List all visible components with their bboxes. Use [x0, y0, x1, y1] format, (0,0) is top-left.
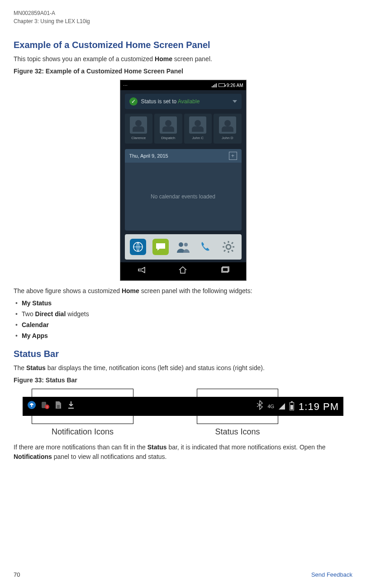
phone-icon[interactable]	[198, 239, 214, 255]
widget-list: My Status Two Direct dial widgets Calend…	[14, 299, 352, 341]
signal-icon	[212, 83, 217, 87]
direct-dial-widget: Clarence Dispatch John C John D	[120, 112, 246, 147]
calendar-add-icon[interactable]: +	[229, 152, 237, 160]
text-bold: Direct dial	[35, 310, 66, 318]
section-intro: The Status bar displays the time, notifi…	[14, 363, 352, 373]
svg-text:!: !	[47, 405, 48, 409]
phone-status-bar: ⋯ 9:26 AM	[120, 80, 246, 90]
section-intro: This topic shows you an example of a cus…	[14, 54, 352, 64]
text-bold: Home	[155, 55, 172, 63]
text: bar displays the time, notification icon…	[46, 364, 265, 371]
avatar-icon	[130, 116, 147, 134]
status-value: Available	[178, 98, 200, 105]
bracket	[32, 416, 133, 424]
text: Status is set to	[141, 98, 178, 105]
battery-icon	[290, 402, 294, 410]
text: The above figure shows a customized	[14, 287, 122, 294]
svg-point-3	[226, 245, 231, 249]
bracket	[32, 389, 133, 397]
text-bold: Notifications	[14, 453, 52, 460]
text: panel to view all notifications and stat…	[52, 453, 167, 460]
text: If there are more notifications than can…	[14, 443, 147, 451]
label-status-icons: Status Icons	[197, 426, 278, 438]
phone-mockup: ⋯ 9:26 AM ✓ Status is set to Available C…	[120, 80, 247, 281]
svg-point-1	[179, 242, 183, 247]
avatar-icon	[160, 116, 177, 134]
svg-rect-18	[57, 405, 60, 408]
text: bar, it is indicated that more notificat…	[167, 443, 326, 451]
browser-icon[interactable]	[130, 239, 146, 255]
contact-name: John C	[185, 135, 211, 141]
contact-card[interactable]: Dispatch	[154, 114, 182, 144]
sim-icon	[54, 400, 62, 412]
back-icon[interactable]	[137, 266, 146, 276]
bluetooth-icon	[257, 400, 263, 413]
my-apps-widget	[125, 234, 242, 260]
svg-line-11	[232, 242, 233, 244]
page-number: 70	[14, 570, 20, 579]
contact-card[interactable]: Clarence	[125, 114, 153, 144]
text: Two	[22, 310, 35, 318]
section-heading-status-bar: Status Bar	[14, 347, 352, 361]
text: screen panel.	[172, 55, 212, 63]
bracket	[197, 389, 278, 397]
text-bold: Calendar	[22, 321, 49, 328]
document-id: MN002859A01-A	[14, 9, 352, 17]
download-icon	[67, 400, 75, 412]
send-feedback-link[interactable]: Send Feedback	[311, 570, 352, 579]
phone-nav-bar	[120, 262, 246, 280]
text-bold: Status	[147, 443, 167, 451]
text: widgets	[66, 310, 89, 318]
settings-icon[interactable]	[220, 239, 237, 255]
figure-32: ⋯ 9:26 AM ✓ Status is set to Available C…	[14, 80, 352, 281]
contact-name: Clarence	[126, 135, 152, 141]
list-item: Two Direct dial widgets	[14, 309, 352, 319]
avatar-icon	[219, 116, 236, 134]
page-footer: 70 Send Feedback	[14, 570, 352, 579]
list-item: Calendar	[14, 320, 352, 330]
svg-line-9	[232, 250, 233, 251]
svg-line-10	[224, 250, 225, 251]
battery-icon	[219, 83, 225, 87]
message-icon[interactable]	[152, 239, 169, 255]
figure-33: ! 4G 1:19 PM Notification Icons Status I…	[14, 389, 352, 438]
alert-icon: !	[41, 400, 50, 412]
contact-card[interactable]: John D	[214, 114, 242, 144]
chevron-down-icon	[233, 100, 237, 103]
section-heading-example: Example of a Customized Home Screen Pane…	[14, 38, 352, 52]
text-bold: Status	[26, 364, 46, 371]
phone-time: 9:26 AM	[227, 82, 243, 89]
calendar-widget[interactable]: Thu, April 9, 2015 + No calendar events …	[125, 149, 242, 231]
check-icon: ✓	[129, 97, 138, 106]
notif-icon: ⋯	[123, 82, 128, 89]
svg-point-2	[184, 243, 188, 246]
status-bar-example: ! 4G 1:19 PM	[23, 397, 343, 416]
calendar-body: No calendar events loaded	[125, 163, 242, 231]
bracket	[197, 416, 278, 424]
para: If there are more notifications than can…	[14, 443, 352, 462]
para: The above figure shows a customized Home…	[14, 286, 352, 296]
chapter-title: Chapter 3: Using the LEX L10ig	[14, 17, 352, 25]
contacts-icon[interactable]	[175, 239, 191, 255]
text-bold: Home	[122, 287, 139, 294]
status-text: Status is set to Available	[141, 97, 200, 106]
signal-icon	[279, 403, 285, 410]
text: The	[14, 364, 26, 371]
network-label: 4G	[267, 403, 274, 410]
contact-card[interactable]: John C	[184, 114, 212, 144]
text-bold: My Apps	[22, 332, 48, 339]
text: screen panel with the following widgets:	[139, 287, 252, 294]
list-item: My Status	[14, 299, 352, 308]
app-icon	[27, 400, 36, 412]
avatar-icon	[189, 116, 206, 134]
contact-name: John D	[214, 135, 241, 141]
my-status-widget[interactable]: ✓ Status is set to Available	[125, 94, 242, 109]
svg-line-8	[224, 242, 225, 244]
recent-icon[interactable]	[220, 266, 229, 276]
calendar-date: Thu, April 9, 2015	[129, 152, 168, 160]
contact-name: Dispatch	[155, 135, 181, 141]
label-notification-icons: Notification Icons	[32, 426, 133, 438]
home-icon[interactable]	[178, 266, 187, 277]
text: This topic shows you an example of a cus…	[14, 55, 155, 63]
status-bar-time: 1:19 PM	[299, 399, 339, 414]
